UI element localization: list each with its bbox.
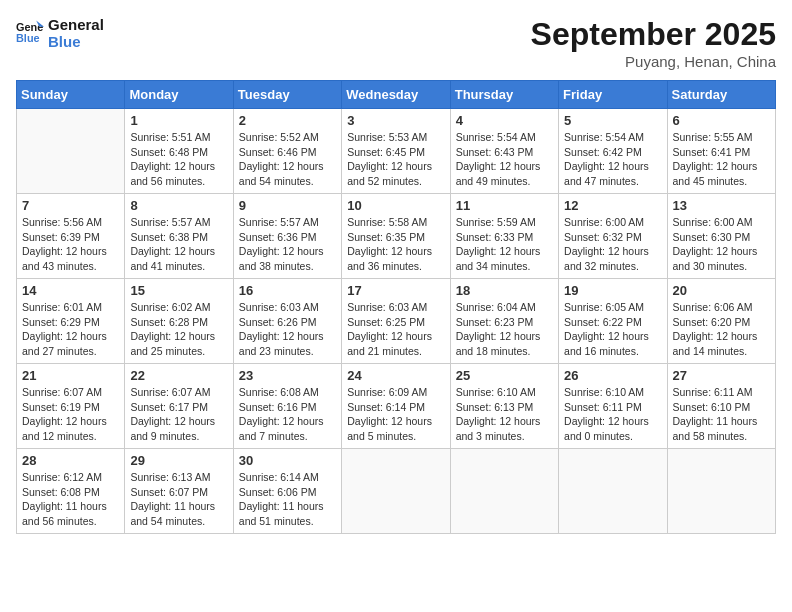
day-info: Sunrise: 6:10 AMSunset: 6:11 PMDaylight:… <box>564 385 661 444</box>
calendar-cell <box>450 449 558 534</box>
week-row: 1Sunrise: 5:51 AMSunset: 6:48 PMDaylight… <box>17 109 776 194</box>
calendar-cell: 10Sunrise: 5:58 AMSunset: 6:35 PMDayligh… <box>342 194 450 279</box>
calendar-cell: 2Sunrise: 5:52 AMSunset: 6:46 PMDaylight… <box>233 109 341 194</box>
calendar-cell: 14Sunrise: 6:01 AMSunset: 6:29 PMDayligh… <box>17 279 125 364</box>
day-info: Sunrise: 6:02 AMSunset: 6:28 PMDaylight:… <box>130 300 227 359</box>
day-number: 18 <box>456 283 553 298</box>
weekday-header: Sunday <box>17 81 125 109</box>
weekday-header: Tuesday <box>233 81 341 109</box>
calendar-cell: 17Sunrise: 6:03 AMSunset: 6:25 PMDayligh… <box>342 279 450 364</box>
day-info: Sunrise: 6:11 AMSunset: 6:10 PMDaylight:… <box>673 385 770 444</box>
day-info: Sunrise: 6:08 AMSunset: 6:16 PMDaylight:… <box>239 385 336 444</box>
day-info: Sunrise: 6:12 AMSunset: 6:08 PMDaylight:… <box>22 470 119 529</box>
day-number: 29 <box>130 453 227 468</box>
day-info: Sunrise: 5:54 AMSunset: 6:43 PMDaylight:… <box>456 130 553 189</box>
day-info: Sunrise: 5:59 AMSunset: 6:33 PMDaylight:… <box>456 215 553 274</box>
calendar-cell: 28Sunrise: 6:12 AMSunset: 6:08 PMDayligh… <box>17 449 125 534</box>
day-info: Sunrise: 5:53 AMSunset: 6:45 PMDaylight:… <box>347 130 444 189</box>
calendar-cell: 15Sunrise: 6:02 AMSunset: 6:28 PMDayligh… <box>125 279 233 364</box>
title-block: September 2025 Puyang, Henan, China <box>531 16 776 70</box>
weekday-header: Monday <box>125 81 233 109</box>
day-number: 12 <box>564 198 661 213</box>
day-number: 24 <box>347 368 444 383</box>
day-number: 21 <box>22 368 119 383</box>
calendar-cell: 16Sunrise: 6:03 AMSunset: 6:26 PMDayligh… <box>233 279 341 364</box>
day-info: Sunrise: 6:03 AMSunset: 6:25 PMDaylight:… <box>347 300 444 359</box>
calendar-cell: 26Sunrise: 6:10 AMSunset: 6:11 PMDayligh… <box>559 364 667 449</box>
day-info: Sunrise: 5:55 AMSunset: 6:41 PMDaylight:… <box>673 130 770 189</box>
day-info: Sunrise: 6:09 AMSunset: 6:14 PMDaylight:… <box>347 385 444 444</box>
day-info: Sunrise: 6:00 AMSunset: 6:32 PMDaylight:… <box>564 215 661 274</box>
day-info: Sunrise: 6:07 AMSunset: 6:19 PMDaylight:… <box>22 385 119 444</box>
day-info: Sunrise: 5:56 AMSunset: 6:39 PMDaylight:… <box>22 215 119 274</box>
day-info: Sunrise: 6:06 AMSunset: 6:20 PMDaylight:… <box>673 300 770 359</box>
page-header: General Blue General Blue September 2025… <box>16 16 776 70</box>
day-number: 2 <box>239 113 336 128</box>
logo-general: General <box>48 16 104 33</box>
logo-icon: General Blue <box>16 19 44 47</box>
day-number: 22 <box>130 368 227 383</box>
calendar-cell <box>17 109 125 194</box>
calendar-cell: 4Sunrise: 5:54 AMSunset: 6:43 PMDaylight… <box>450 109 558 194</box>
day-info: Sunrise: 6:13 AMSunset: 6:07 PMDaylight:… <box>130 470 227 529</box>
day-number: 3 <box>347 113 444 128</box>
calendar-cell: 23Sunrise: 6:08 AMSunset: 6:16 PMDayligh… <box>233 364 341 449</box>
day-number: 28 <box>22 453 119 468</box>
day-number: 25 <box>456 368 553 383</box>
location: Puyang, Henan, China <box>531 53 776 70</box>
day-number: 13 <box>673 198 770 213</box>
week-row: 21Sunrise: 6:07 AMSunset: 6:19 PMDayligh… <box>17 364 776 449</box>
calendar-cell: 3Sunrise: 5:53 AMSunset: 6:45 PMDaylight… <box>342 109 450 194</box>
calendar-cell: 6Sunrise: 5:55 AMSunset: 6:41 PMDaylight… <box>667 109 775 194</box>
day-number: 11 <box>456 198 553 213</box>
day-info: Sunrise: 5:57 AMSunset: 6:38 PMDaylight:… <box>130 215 227 274</box>
day-number: 15 <box>130 283 227 298</box>
weekday-header: Saturday <box>667 81 775 109</box>
calendar-cell: 25Sunrise: 6:10 AMSunset: 6:13 PMDayligh… <box>450 364 558 449</box>
day-number: 27 <box>673 368 770 383</box>
calendar-cell: 7Sunrise: 5:56 AMSunset: 6:39 PMDaylight… <box>17 194 125 279</box>
week-row: 7Sunrise: 5:56 AMSunset: 6:39 PMDaylight… <box>17 194 776 279</box>
day-number: 8 <box>130 198 227 213</box>
logo-blue: Blue <box>48 33 104 50</box>
day-info: Sunrise: 6:01 AMSunset: 6:29 PMDaylight:… <box>22 300 119 359</box>
calendar-cell: 8Sunrise: 5:57 AMSunset: 6:38 PMDaylight… <box>125 194 233 279</box>
day-number: 10 <box>347 198 444 213</box>
calendar-cell: 1Sunrise: 5:51 AMSunset: 6:48 PMDaylight… <box>125 109 233 194</box>
week-row: 28Sunrise: 6:12 AMSunset: 6:08 PMDayligh… <box>17 449 776 534</box>
day-info: Sunrise: 6:03 AMSunset: 6:26 PMDaylight:… <box>239 300 336 359</box>
day-number: 16 <box>239 283 336 298</box>
svg-text:Blue: Blue <box>16 32 40 44</box>
day-info: Sunrise: 6:00 AMSunset: 6:30 PMDaylight:… <box>673 215 770 274</box>
day-number: 19 <box>564 283 661 298</box>
day-info: Sunrise: 5:52 AMSunset: 6:46 PMDaylight:… <box>239 130 336 189</box>
calendar-cell: 11Sunrise: 5:59 AMSunset: 6:33 PMDayligh… <box>450 194 558 279</box>
calendar-cell: 29Sunrise: 6:13 AMSunset: 6:07 PMDayligh… <box>125 449 233 534</box>
day-info: Sunrise: 6:07 AMSunset: 6:17 PMDaylight:… <box>130 385 227 444</box>
day-number: 4 <box>456 113 553 128</box>
calendar-cell: 22Sunrise: 6:07 AMSunset: 6:17 PMDayligh… <box>125 364 233 449</box>
day-number: 20 <box>673 283 770 298</box>
weekday-header: Wednesday <box>342 81 450 109</box>
calendar-cell: 30Sunrise: 6:14 AMSunset: 6:06 PMDayligh… <box>233 449 341 534</box>
day-number: 23 <box>239 368 336 383</box>
day-info: Sunrise: 6:04 AMSunset: 6:23 PMDaylight:… <box>456 300 553 359</box>
day-info: Sunrise: 5:54 AMSunset: 6:42 PMDaylight:… <box>564 130 661 189</box>
day-info: Sunrise: 5:51 AMSunset: 6:48 PMDaylight:… <box>130 130 227 189</box>
day-info: Sunrise: 5:58 AMSunset: 6:35 PMDaylight:… <box>347 215 444 274</box>
day-info: Sunrise: 6:05 AMSunset: 6:22 PMDaylight:… <box>564 300 661 359</box>
calendar-header-row: SundayMondayTuesdayWednesdayThursdayFrid… <box>17 81 776 109</box>
calendar-cell: 12Sunrise: 6:00 AMSunset: 6:32 PMDayligh… <box>559 194 667 279</box>
day-number: 9 <box>239 198 336 213</box>
calendar-cell: 21Sunrise: 6:07 AMSunset: 6:19 PMDayligh… <box>17 364 125 449</box>
day-number: 5 <box>564 113 661 128</box>
calendar-cell: 5Sunrise: 5:54 AMSunset: 6:42 PMDaylight… <box>559 109 667 194</box>
logo: General Blue General Blue <box>16 16 104 50</box>
calendar-cell <box>667 449 775 534</box>
calendar-table: SundayMondayTuesdayWednesdayThursdayFrid… <box>16 80 776 534</box>
day-number: 17 <box>347 283 444 298</box>
week-row: 14Sunrise: 6:01 AMSunset: 6:29 PMDayligh… <box>17 279 776 364</box>
day-info: Sunrise: 5:57 AMSunset: 6:36 PMDaylight:… <box>239 215 336 274</box>
calendar-cell <box>559 449 667 534</box>
day-number: 1 <box>130 113 227 128</box>
